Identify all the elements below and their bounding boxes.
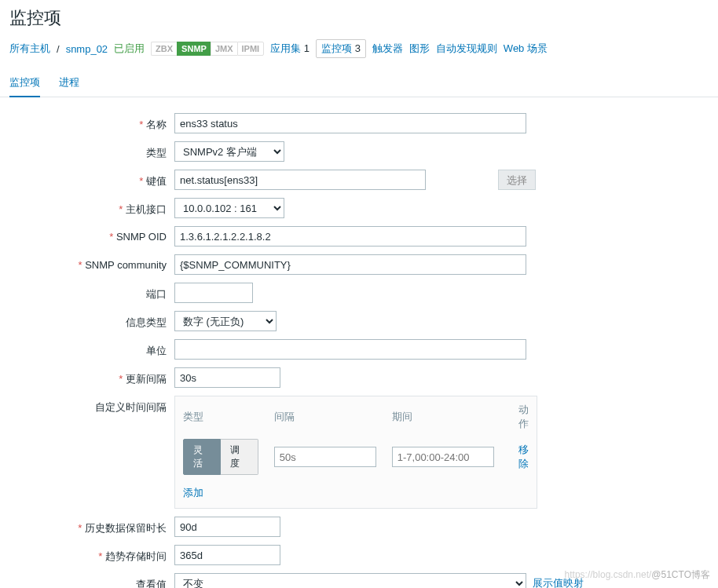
interval-header-interval: 间隔 — [266, 396, 384, 436]
key-select-button[interactable]: 选择 — [498, 170, 536, 190]
label-view-value: 查看值 — [9, 573, 174, 588]
page-title: 监控项 — [0, 0, 718, 39]
label-history: 历史数据保留时长 — [9, 517, 174, 535]
interval-type-segment: 灵活 调度 — [183, 439, 258, 475]
oid-input[interactable] — [174, 226, 526, 247]
breadcrumb: 所有主机 / snmp_02 已启用 ZBX SNMP JMX IPMI 应用集… — [0, 39, 718, 69]
label-trend: 趋势存储时间 — [9, 545, 174, 564]
interval-type-flex[interactable]: 灵活 — [183, 439, 221, 475]
link-web[interactable]: Web 场景 — [504, 42, 548, 56]
badge-jmx: JMX — [211, 42, 237, 56]
key-input[interactable] — [174, 170, 426, 190]
breadcrumb-separator: / — [57, 43, 60, 55]
link-graphs[interactable]: 图形 — [409, 42, 430, 56]
protocol-badges: ZBX SNMP JMX IPMI — [151, 42, 264, 56]
status-enabled: 已启用 — [114, 42, 145, 56]
name-input[interactable] — [174, 113, 526, 133]
label-type: 类型 — [9, 141, 174, 160]
breadcrumb-host[interactable]: snmp_02 — [66, 43, 108, 55]
interval-header-type: 类型 — [175, 396, 266, 436]
badge-ipmi: IPMI — [237, 42, 265, 56]
link-discovery[interactable]: 自动发现规则 — [436, 42, 497, 56]
interval-type-sched[interactable]: 调度 — [221, 439, 258, 475]
label-info-type: 信息类型 — [9, 311, 174, 330]
interval-period-input[interactable] — [392, 447, 494, 467]
interval-remove-link[interactable]: 移除 — [518, 444, 529, 469]
label-interface: 主机接口 — [9, 198, 174, 217]
community-input[interactable] — [174, 254, 526, 275]
info-type-select[interactable]: 数字 (无正负) — [174, 311, 277, 331]
tabs: 监控项 进程 — [0, 69, 718, 97]
label-name: 名称 — [9, 113, 174, 132]
tab-items[interactable]: 监控项 — [9, 69, 40, 97]
show-value-mapping-link[interactable]: 展示值映射 — [533, 576, 584, 588]
badge-zbx: ZBX — [151, 42, 177, 56]
label-community: SNMP community — [9, 254, 174, 271]
form: 名称 类型 SNMPv2 客户端 键值 选择 主机接口 10.0.0.102 :… — [0, 97, 718, 588]
label-key: 键值 — [9, 170, 174, 188]
interface-select[interactable]: 10.0.0.102 : 161 — [174, 198, 284, 218]
link-apps[interactable]: 应用集 1 — [270, 42, 310, 56]
trend-input[interactable] — [174, 545, 280, 565]
custom-interval-box: 类型 间隔 期间 动作 灵活 调度 — [174, 396, 537, 509]
interval-add-link[interactable]: 添加 — [183, 487, 203, 499]
view-value-select[interactable]: 不变 — [174, 573, 526, 588]
unit-input[interactable] — [174, 339, 526, 360]
interval-header-action: 动作 — [502, 396, 537, 436]
type-select[interactable]: SNMPv2 客户端 — [174, 141, 284, 162]
interval-header-period: 期间 — [384, 396, 502, 436]
label-oid: SNMP OID — [9, 226, 174, 243]
link-triggers[interactable]: 触发器 — [372, 42, 403, 56]
label-custom-interval: 自定义时间间隔 — [9, 396, 174, 415]
label-unit: 单位 — [9, 339, 174, 358]
port-input[interactable] — [174, 283, 253, 303]
label-port: 端口 — [9, 283, 174, 301]
breadcrumb-all-hosts[interactable]: 所有主机 — [9, 42, 50, 56]
badge-snmp: SNMP — [177, 42, 211, 56]
history-input[interactable] — [174, 517, 280, 537]
update-interval-input[interactable] — [174, 367, 280, 388]
tab-process[interactable]: 进程 — [59, 69, 79, 97]
link-items[interactable]: 监控项 3 — [316, 39, 366, 58]
label-update-interval: 更新间隔 — [9, 367, 174, 386]
interval-value-input[interactable] — [274, 447, 376, 467]
